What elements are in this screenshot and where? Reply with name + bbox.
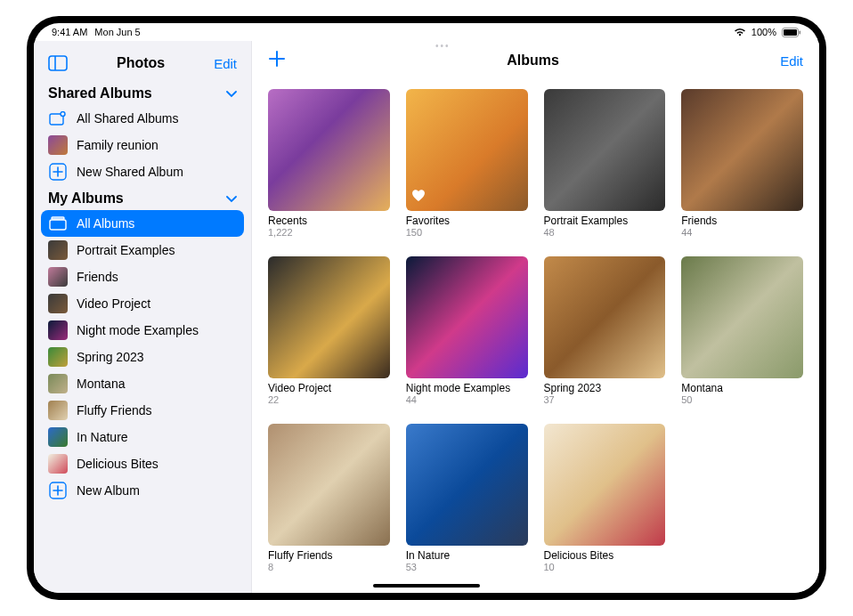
sidebar-item-label: In Nature — [77, 430, 128, 444]
wifi-icon — [734, 28, 746, 36]
svg-rect-8 — [52, 217, 64, 219]
album-name: Favorites — [406, 215, 528, 227]
sidebar-toggle-icon[interactable] — [48, 55, 68, 71]
sidebar-item-fluffy-friends[interactable]: Fluffy Friends — [41, 397, 244, 424]
album-thumbnail — [48, 454, 68, 474]
sidebar-item-family-reunion[interactable]: Family reunion — [41, 132, 244, 158]
sidebar-item-label: Delicious Bites — [77, 457, 158, 471]
page-title: Albums — [507, 53, 559, 69]
screen: 9:41 AM Mon Jun 5 100% ••• — [34, 23, 819, 593]
album-cover — [268, 256, 390, 378]
album-fluffy-friends[interactable]: Fluffy Friends 8 — [268, 424, 390, 575]
more-dots-icon[interactable]: ••• — [435, 41, 451, 51]
sidebar-item-label: Fluffy Friends — [77, 403, 152, 417]
sidebar-title: Photos — [68, 55, 214, 71]
sidebar-item-portrait-examples[interactable]: Portrait Examples — [41, 237, 244, 263]
album-video-project[interactable]: Video Project 22 — [268, 256, 390, 408]
album-cover — [544, 424, 666, 546]
album-name: Night mode Examples — [406, 382, 528, 394]
sidebar-item-all-albums[interactable]: All Albums — [41, 210, 244, 237]
svg-rect-2 — [800, 30, 801, 34]
sidebar-item-label: Friends — [77, 270, 118, 284]
album-thumbnail — [48, 294, 68, 313]
album-count: 44 — [681, 227, 803, 238]
sidebar-edit-button[interactable]: Edit — [214, 56, 237, 71]
shared-album-icon — [48, 109, 68, 128]
status-date: Mon Jun 5 — [94, 27, 140, 37]
sidebar-item-label: All Albums — [77, 216, 134, 231]
album-name: Montana — [681, 382, 803, 394]
chevron-down-icon — [226, 190, 237, 207]
album-delicious-bites[interactable]: Delicious Bites 10 — [544, 424, 666, 575]
album-montana[interactable]: Montana 50 — [681, 256, 803, 408]
album-cover — [406, 424, 528, 546]
sidebar-item-spring-2023[interactable]: Spring 2023 — [41, 344, 244, 370]
album-name: In Nature — [406, 549, 528, 562]
album-night-mode[interactable]: Night mode Examples 44 — [406, 256, 528, 408]
sidebar-item-night-mode[interactable]: Night mode Examples — [41, 317, 244, 344]
section-label: My Albums — [48, 190, 124, 207]
album-stack-icon — [48, 214, 68, 233]
sidebar-item-delicious-bites[interactable]: Delicious Bites — [41, 450, 244, 477]
sidebar-item-in-nature[interactable]: In Nature — [41, 424, 244, 450]
svg-rect-9 — [50, 220, 66, 230]
sidebar-item-label: All Shared Albums — [77, 111, 178, 126]
album-count: 53 — [406, 562, 528, 572]
sidebar-item-label: Family reunion — [77, 138, 158, 152]
svg-point-6 — [61, 112, 65, 117]
battery-percent: 100% — [751, 27, 776, 37]
section-header-my[interactable]: My Albums — [34, 185, 251, 210]
album-name: Portrait Examples — [544, 215, 666, 227]
album-thumbnail — [48, 267, 68, 287]
sidebar-item-new-album[interactable]: New Album — [41, 477, 244, 504]
sidebar: Photos Edit Shared Albums All Share — [34, 41, 252, 593]
album-friends[interactable]: Friends 44 — [681, 89, 803, 240]
sidebar-item-video-project[interactable]: Video Project — [41, 290, 244, 317]
album-count: 37 — [544, 394, 666, 405]
sidebar-item-montana[interactable]: Montana — [41, 370, 244, 397]
album-name: Friends — [681, 215, 803, 227]
album-favorites[interactable]: Favorites 150 — [406, 89, 528, 240]
album-recents[interactable]: Recents 1,222 — [268, 89, 390, 240]
album-in-nature[interactable]: In Nature 53 — [406, 424, 528, 575]
album-count: 8 — [268, 562, 390, 572]
sidebar-item-label: New Shared Album — [77, 165, 183, 179]
sidebar-item-new-shared[interactable]: New Shared Album — [41, 158, 244, 185]
svg-rect-1 — [784, 29, 797, 36]
album-thumbnail — [48, 240, 68, 260]
album-thumbnail — [48, 135, 68, 155]
albums-grid[interactable]: Recents 1,222 Favorites 150 — [252, 80, 819, 593]
album-cover — [268, 424, 390, 546]
album-count: 48 — [544, 227, 666, 238]
album-cover — [544, 256, 666, 378]
album-thumbnail — [48, 347, 68, 367]
status-bar: 9:41 AM Mon Jun 5 100% — [34, 23, 819, 41]
sidebar-item-label: Night mode Examples — [77, 323, 199, 337]
album-name: Video Project — [268, 382, 390, 394]
album-count: 10 — [544, 562, 666, 572]
heart-icon — [411, 189, 426, 206]
plus-icon — [48, 481, 68, 500]
status-time: 9:41 AM — [52, 27, 87, 37]
album-cover — [681, 89, 803, 211]
album-spring-2023[interactable]: Spring 2023 37 — [544, 256, 666, 408]
main-edit-button[interactable]: Edit — [780, 53, 803, 69]
album-thumbnail — [48, 427, 68, 447]
main-content: Albums Edit Recents 1,222 — [252, 41, 819, 593]
album-count: 44 — [406, 394, 528, 405]
sidebar-item-all-shared[interactable]: All Shared Albums — [41, 105, 244, 132]
sidebar-item-friends[interactable]: Friends — [41, 263, 244, 290]
home-indicator[interactable] — [373, 584, 480, 588]
album-portrait-examples[interactable]: Portrait Examples 48 — [544, 89, 666, 240]
sidebar-item-label: Portrait Examples — [77, 243, 175, 257]
add-album-button[interactable] — [268, 50, 286, 71]
plus-icon — [48, 162, 68, 182]
album-count: 1,222 — [268, 227, 390, 238]
album-cover — [544, 89, 666, 211]
album-name: Fluffy Friends — [268, 549, 390, 562]
section-header-shared[interactable]: Shared Albums — [34, 80, 251, 105]
album-name: Spring 2023 — [544, 382, 666, 394]
chevron-down-icon — [226, 85, 237, 101]
album-cover — [406, 256, 528, 378]
album-count: 22 — [268, 394, 390, 405]
